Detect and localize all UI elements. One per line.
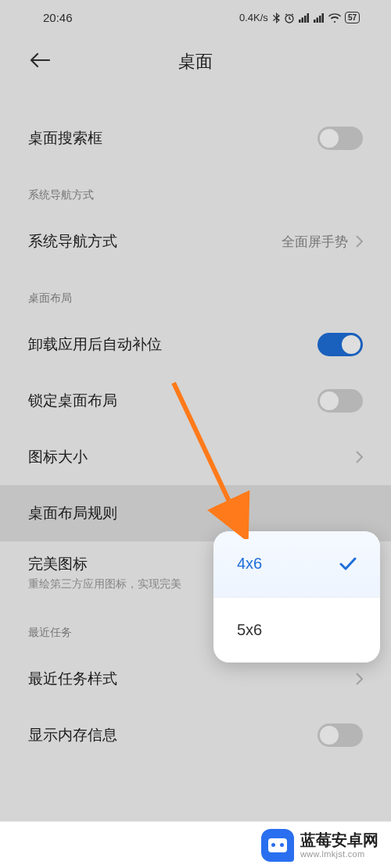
row-label: 桌面布局规则 xyxy=(28,503,117,523)
svg-rect-8 xyxy=(321,13,324,23)
settings-screen: 20:46 0.4K/s 57 桌面 桌面搜索框 系统导航方式 系统导航方式 全… xyxy=(0,0,391,868)
battery-icon: 57 xyxy=(345,12,360,23)
row-label: 显示内存信息 xyxy=(28,725,117,745)
row-label: 卸载应用后自动补位 xyxy=(28,334,162,355)
row-nav-mode[interactable]: 系统导航方式 全面屏手势 xyxy=(0,213,391,270)
row-label: 系统导航方式 xyxy=(28,231,117,252)
status-bar: 20:46 0.4K/s 57 xyxy=(0,0,391,35)
row-value: 全面屏手势 xyxy=(282,233,348,251)
chevron-right-icon xyxy=(356,235,363,248)
popup-option-label: 4x6 xyxy=(237,555,262,573)
back-button[interactable] xyxy=(30,52,50,71)
row-label: 完美图标 xyxy=(28,554,88,574)
svg-rect-2 xyxy=(301,17,303,23)
check-icon xyxy=(339,557,357,571)
footer-logo xyxy=(261,829,294,862)
chevron-right-icon xyxy=(356,673,363,685)
watermark-footer: 蓝莓安卓网 www.lmkjst.com xyxy=(0,821,391,868)
row-sublabel: 重绘第三方应用图标，实现完美 xyxy=(28,577,181,591)
chevron-right-icon xyxy=(356,451,363,463)
row-label: 锁定桌面布局 xyxy=(28,391,117,411)
layout-popup: 4x6 5x6 xyxy=(213,531,380,663)
footer-subtitle: www.lmkjst.com xyxy=(300,849,364,859)
toggle-show-memory[interactable] xyxy=(317,723,363,747)
popup-option-4x6[interactable]: 4x6 xyxy=(213,531,380,597)
status-time: 20:46 xyxy=(43,11,73,24)
section-header-nav: 系统导航方式 xyxy=(0,166,391,213)
alarm-icon xyxy=(284,13,295,23)
row-lock-layout[interactable]: 锁定桌面布局 xyxy=(0,373,391,429)
svg-rect-6 xyxy=(316,17,318,23)
row-show-memory[interactable]: 显示内存信息 xyxy=(0,707,391,763)
svg-rect-5 xyxy=(314,20,316,23)
status-right: 0.4K/s 57 xyxy=(239,12,360,23)
row-label: 最近任务样式 xyxy=(28,669,117,689)
status-icons: 57 xyxy=(273,12,360,23)
svg-rect-1 xyxy=(299,20,301,23)
bluetooth-icon xyxy=(273,13,280,23)
svg-rect-7 xyxy=(319,16,321,23)
svg-rect-3 xyxy=(304,16,307,23)
row-search-box[interactable]: 桌面搜索框 xyxy=(0,110,391,166)
row-label: 桌面搜索框 xyxy=(28,128,102,148)
signal-icon-1 xyxy=(299,13,310,23)
signal-icon-2 xyxy=(314,13,325,23)
title-bar: 桌面 xyxy=(0,35,391,88)
popup-option-label: 5x6 xyxy=(237,621,262,639)
status-speed: 0.4K/s xyxy=(239,12,268,23)
page-title: 桌面 xyxy=(0,50,391,73)
row-label: 图标大小 xyxy=(28,447,88,467)
arrow-left-icon xyxy=(30,52,50,68)
footer-text: 蓝莓安卓网 www.lmkjst.com xyxy=(300,831,378,859)
row-icon-size[interactable]: 图标大小 xyxy=(0,429,391,485)
section-header-layout: 桌面布局 xyxy=(0,270,391,316)
popup-option-5x6[interactable]: 5x6 xyxy=(213,598,380,663)
row-auto-fill[interactable]: 卸载应用后自动补位 xyxy=(0,316,391,373)
toggle-search-box[interactable] xyxy=(317,127,363,150)
svg-rect-4 xyxy=(307,13,309,23)
toggle-lock-layout[interactable] xyxy=(317,389,363,413)
wifi-icon xyxy=(328,13,341,23)
toggle-auto-fill[interactable] xyxy=(317,333,363,356)
footer-title: 蓝莓安卓网 xyxy=(300,831,378,849)
